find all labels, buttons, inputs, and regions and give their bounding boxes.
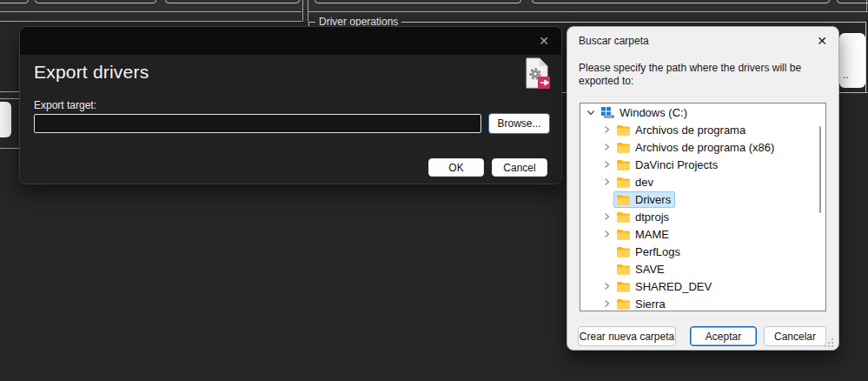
folder-icon [616,211,631,224]
tree-item-label: SHARED_DEV [635,280,712,293]
tree-item-label: Windows (C:) [620,106,687,119]
background-groupbox-border [866,0,867,11]
tree-item-label: dev [635,176,653,189]
close-icon[interactable]: ✕ [812,32,832,50]
folder-icon [616,297,631,311]
chevron-right-icon[interactable] [600,279,613,293]
folder-icon [616,158,631,171]
folder-dialog-title: Buscar carpeta [579,35,649,47]
tree-item-content[interactable]: dev [613,174,658,190]
resize-grip-icon[interactable] [824,336,834,346]
chevron-right-icon[interactable] [600,227,613,241]
folder-dialog-instruction: Please specify the path where the driver… [579,62,832,88]
tree-item-content[interactable]: Archivos de programa [613,122,750,138]
tree-item-content[interactable]: Windows (C:) [598,104,692,121]
chevron-right-icon[interactable] [600,157,613,171]
export-dialog-title: Export drivers [34,62,149,83]
tree-item-label: DaVinci Projects [635,158,718,171]
tree-item[interactable]: Windows (C:) [580,104,825,121]
export-dialog-titlebar: ✕ [20,27,561,55]
tree-item-content[interactable]: Archivos de programa (x86) [613,139,779,156]
chevron-spacer [600,192,613,206]
background-line-fragment [0,98,19,99]
folder-icon [616,193,631,206]
background-line-fragment [0,148,19,149]
background-groupbox-edge [0,21,301,22]
export-drivers-icon [524,57,552,91]
tree-item-content[interactable]: dtprojs [613,209,673,225]
tree-item-label: PerfLogs [635,245,680,258]
tree-item-content[interactable]: MAME [613,226,673,243]
chevron-right-icon[interactable] [600,210,613,224]
chevron-right-icon[interactable] [600,140,613,154]
background-divider-line [0,11,301,12]
background-button-fragment[interactable] [0,102,11,137]
background-divider-line [308,11,868,12]
chevron-right-icon[interactable] [600,175,613,189]
tree-item[interactable]: Archivos de programa [580,121,825,138]
tree-item[interactable]: Archivos de programa (x86) [580,138,825,156]
tree-item-label: Sierra [635,297,666,311]
chevron-down-icon[interactable] [584,105,598,119]
tree-item[interactable]: SAVE [580,260,825,277]
tree-item[interactable]: DaVinci Projects [580,156,825,173]
background-cropped-button [315,0,521,3]
browse-button[interactable]: Browse... [488,113,550,134]
background-line-fragment [0,91,19,92]
export-target-label: Export target: [34,99,96,111]
create-new-folder-button[interactable]: Crear nueva carpeta [578,326,676,346]
tree-item-selected[interactable]: Drivers [613,191,675,208]
background-cropped-button [532,0,830,3]
tree-item-content[interactable]: SHARED_DEV [613,278,716,295]
background-groupbox-border [302,0,303,22]
background-groupbox-border [308,0,308,22]
ok-button[interactable]: OK [428,158,484,177]
tree-item-content[interactable]: Sierra [613,296,670,312]
export-drivers-dialog: ✕ Export drivers Export target: Browse..… [19,26,562,184]
background-browse-button-fragment[interactable]: .. [839,33,865,88]
chevron-spacer [600,262,613,276]
folder-icon [616,141,631,154]
tree-item-label: Archivos de programa (x86) [635,141,774,154]
accept-button[interactable]: Aceptar [690,326,757,346]
close-icon[interactable]: ✕ [535,33,553,49]
tree-item[interactable]: dev [580,173,825,190]
export-target-input[interactable] [34,114,481,133]
folder-tree[interactable]: Windows (C:)Archivos de programaArchivos… [580,103,826,311]
tree-item[interactable]: MAME [580,225,825,243]
tree-item-content[interactable]: SAVE [613,261,669,277]
background-line-fragment [839,92,868,93]
folder-icon [616,124,631,137]
tree-item-content[interactable]: DaVinci Projects [613,157,722,173]
tree-item[interactable]: Drivers [580,190,825,208]
chevron-right-icon[interactable] [600,123,613,137]
folder-icon [616,245,631,258]
tree-item[interactable]: Sierra [580,295,825,311]
tree-scrollbar[interactable] [819,126,821,213]
folder-icon [616,228,631,241]
chevron-right-icon[interactable] [600,297,613,311]
tree-item-label: SAVE [635,263,665,276]
folder-icon [616,176,631,189]
tree-item-label: Archivos de programa [635,124,745,137]
tree-item-label: dtprojs [635,211,669,224]
tree-item-label: MAME [635,228,669,241]
tree-item-label: Drivers [635,193,671,206]
background-cropped-button [35,0,156,3]
background-cropped-button [0,0,29,3]
cancel-button[interactable]: Cancel [492,158,547,177]
folder-icon [616,280,631,293]
background-cropped-button [837,0,868,3]
drive-icon [600,106,615,119]
tree-item-content[interactable]: PerfLogs [613,244,685,260]
background-cropped-button [165,0,300,3]
folder-icon [616,263,631,276]
tree-item[interactable]: dtprojs [580,208,825,225]
tree-item[interactable]: SHARED_DEV [580,277,825,295]
cancel-button[interactable]: Cancelar [764,326,826,346]
chevron-spacer [600,244,613,258]
folder-browser-dialog: Buscar carpeta ✕ Please specify the path… [567,26,839,351]
tree-item[interactable]: PerfLogs [580,243,825,260]
